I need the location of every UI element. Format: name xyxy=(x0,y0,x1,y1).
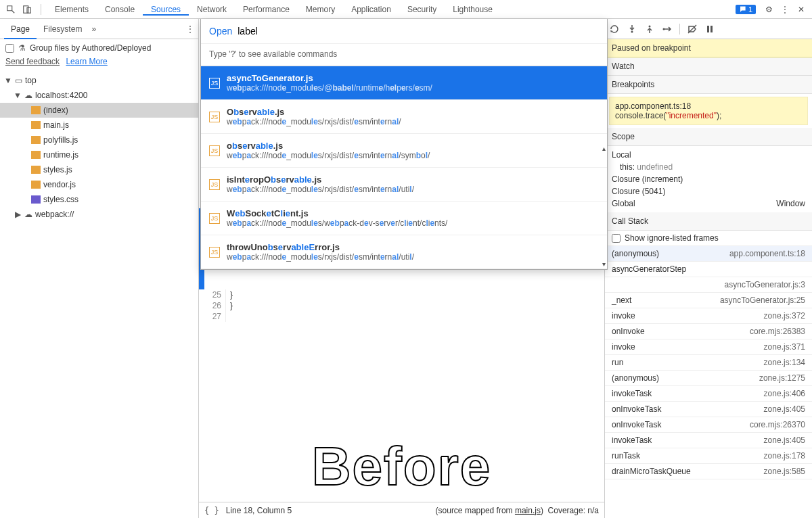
top-tab-memory[interactable]: Memory xyxy=(298,5,343,14)
section-watch[interactable]: Watch xyxy=(605,57,812,76)
tree-top[interactable]: ▼ ▭ top xyxy=(0,73,198,88)
svg-rect-6 xyxy=(710,26,713,32)
show-ignore-checkbox[interactable] xyxy=(612,234,621,243)
sidebar-more-icon[interactable]: » xyxy=(91,24,96,34)
paused-banner: Paused on breakpoint xyxy=(605,39,812,57)
callstack-frame[interactable]: invokeTaskzone.js:406 xyxy=(605,386,812,402)
tree-host[interactable]: ▼ ☁ localhost:4200 xyxy=(0,88,198,103)
callstack-frame[interactable]: drainMicroTaskQueuezone.js:585 xyxy=(605,464,812,479)
scroll-down-icon[interactable]: ▾ xyxy=(602,260,606,268)
settings-icon[interactable]: ⚙ xyxy=(763,3,775,16)
section-breakpoints[interactable]: Breakpoints xyxy=(605,76,812,94)
js-file-icon: JS xyxy=(209,213,220,224)
top-tab-network[interactable]: Network xyxy=(189,5,235,14)
pause-exceptions-icon[interactable] xyxy=(704,24,715,34)
top-tab-lighthouse[interactable]: Lighthouse xyxy=(445,5,501,14)
breakpoint-file: app.component.ts:18 xyxy=(615,101,802,111)
top-tab-console[interactable]: Console xyxy=(97,5,143,14)
deactivate-breakpoints-icon[interactable] xyxy=(687,24,698,34)
send-feedback-link[interactable]: Send feedback xyxy=(5,57,60,66)
show-ignore-row: Show ignore-listed frames xyxy=(605,231,812,246)
callstack-frame[interactable]: _nextasyncToGenerator.js:25 xyxy=(605,293,812,308)
callstack-frame[interactable]: invokeTaskzone.js:405 xyxy=(605,433,812,448)
close-icon[interactable]: ✕ xyxy=(795,3,807,16)
tree-file[interactable]: (index) xyxy=(0,103,198,118)
top-tab-application[interactable]: Application xyxy=(343,5,399,14)
svg-rect-1 xyxy=(27,7,30,13)
sidebar-menu-icon[interactable]: ⋮ xyxy=(186,24,194,34)
scope-closure-2[interactable]: Closure (5041) xyxy=(612,185,805,197)
top-tab-elements[interactable]: Elements xyxy=(47,5,97,14)
issues-count: 1 xyxy=(748,5,752,14)
callstack-frame[interactable]: invokezone.js:371 xyxy=(605,339,812,355)
top-tab-security[interactable]: Security xyxy=(399,5,445,14)
palette-mode-label: Open xyxy=(209,26,232,37)
source-map-link[interactable]: main.js xyxy=(515,506,541,515)
palette-item[interactable]: JSObservable.jswebpack:///node_modules/r… xyxy=(201,100,607,134)
palette-results: ▴ ▾ JSasyncToGenerator.jswebpack:///node… xyxy=(201,66,607,269)
callstack-frame[interactable]: asyncToGenerator.js:3 xyxy=(605,277,812,293)
inspect-icon[interactable] xyxy=(5,3,17,16)
callstack-frame[interactable]: (anonymous)app.component.ts:18 xyxy=(605,246,812,262)
resume-icon[interactable] xyxy=(609,24,620,34)
svg-point-4 xyxy=(663,28,665,30)
group-files-row: ⚗ Group files by Authored/Deployed xyxy=(0,39,198,57)
palette-item[interactable]: JSobservable.jswebpack:///node_modules/r… xyxy=(201,134,607,168)
section-scope[interactable]: Scope xyxy=(605,128,812,146)
scope-global[interactable]: GlobalWindow xyxy=(612,197,805,210)
js-file-icon: JS xyxy=(209,179,220,190)
palette-hint: Type '?' to see available commands xyxy=(201,43,607,66)
sidebar-tabs: Page Filesystem » ⋮ xyxy=(0,19,198,39)
palette-item[interactable]: JSisInteropObservable.jswebpack:///node_… xyxy=(201,168,607,202)
scope-closure-1[interactable]: Closure (increment) xyxy=(612,173,805,185)
tab-page[interactable]: Page xyxy=(4,19,37,39)
group-files-checkbox[interactable] xyxy=(5,44,14,53)
js-file-icon: JS xyxy=(209,78,220,89)
tree-file[interactable]: styles.js xyxy=(0,162,198,177)
callstack-frame[interactable]: invokezone.js:372 xyxy=(605,308,812,324)
step-into-icon[interactable] xyxy=(644,24,655,34)
tree-file[interactable]: styles.css xyxy=(0,192,198,207)
file-icon xyxy=(31,121,41,129)
svg-point-3 xyxy=(649,25,651,27)
callstack-frame[interactable]: runzone.js:134 xyxy=(605,355,812,371)
file-icon xyxy=(31,166,41,174)
callstack-frame[interactable]: onInvokeTaskzone.js:405 xyxy=(605,402,812,417)
code-content[interactable]: }} xyxy=(230,289,233,311)
issues-badge[interactable]: 1 xyxy=(736,5,756,14)
tree-file[interactable]: vendor.js xyxy=(0,177,198,192)
callstack-frame[interactable]: onInvokeTaskcore.mjs:26370 xyxy=(605,417,812,433)
callstack-frame[interactable]: asyncGeneratorStep xyxy=(605,262,812,277)
callstack-frame[interactable]: runTaskzone.js:178 xyxy=(605,448,812,464)
section-callstack[interactable]: Call Stack xyxy=(605,212,812,231)
sources-sidebar: Page Filesystem » ⋮ ⚗ Group files by Aut… xyxy=(0,19,199,518)
tab-filesystem[interactable]: Filesystem xyxy=(37,19,89,39)
group-files-label: Group files by Authored/Deployed xyxy=(30,43,151,53)
callstack-frame[interactable]: onInvokecore.mjs:26383 xyxy=(605,324,812,339)
scroll-up-icon[interactable]: ▴ xyxy=(602,145,606,152)
palette-item[interactable]: JSthrowUnobservableError.jswebpack:///no… xyxy=(201,235,607,269)
file-icon xyxy=(31,106,41,114)
palette-item[interactable]: JSasyncToGenerator.jswebpack:///node_mod… xyxy=(201,66,607,100)
scope-local[interactable]: Local xyxy=(612,149,805,161)
top-tab-sources[interactable]: Sources xyxy=(143,5,189,16)
palette-item[interactable]: JSWebSocketClient.jswebpack:///node_modu… xyxy=(201,202,607,235)
pretty-print-icon[interactable]: { } xyxy=(204,506,219,515)
learn-more-link[interactable]: Learn More xyxy=(66,57,107,66)
step-over-icon[interactable] xyxy=(627,24,637,34)
step-out-icon[interactable] xyxy=(662,24,673,34)
more-icon[interactable]: ⋮ xyxy=(779,3,791,16)
file-tree: ▼ ▭ top ▼ ☁ localhost:4200 (index)main.j… xyxy=(0,70,198,225)
breakpoint-entry[interactable]: app.component.ts:18 console.trace("incre… xyxy=(609,97,808,125)
tree-webpack[interactable]: ▶ ☁ webpack:// xyxy=(0,207,198,222)
coverage-label: Coverage: n/a xyxy=(548,506,599,515)
callstack-frame[interactable]: (anonymous)zone.js:1275 xyxy=(605,371,812,386)
device-toggle-icon[interactable] xyxy=(21,3,33,16)
svg-rect-0 xyxy=(24,5,28,13)
svg-point-2 xyxy=(631,30,633,32)
palette-input[interactable] xyxy=(238,26,599,37)
top-tab-performance[interactable]: Performance xyxy=(235,5,298,14)
tree-file[interactable]: main.js xyxy=(0,118,198,133)
tree-file[interactable]: polyfills.js xyxy=(0,133,198,147)
tree-file[interactable]: runtime.js xyxy=(0,147,198,162)
